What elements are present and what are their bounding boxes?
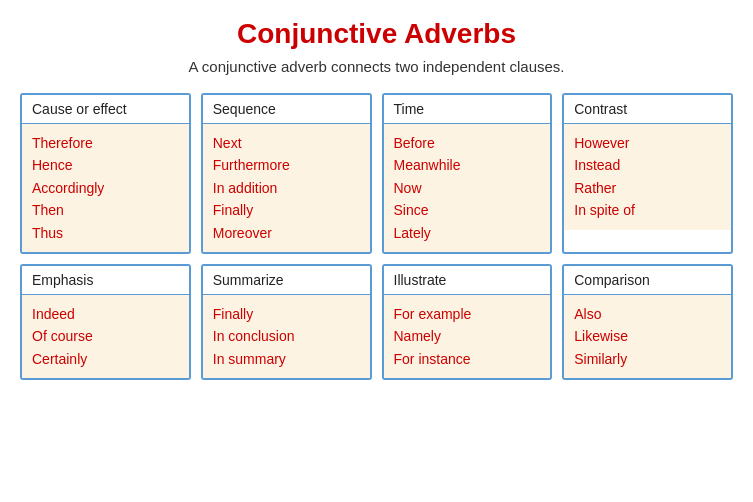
card-item: Before xyxy=(394,132,541,154)
card-header: Cause or effect xyxy=(22,95,189,124)
card-item: Instead xyxy=(574,154,721,176)
card-item: Therefore xyxy=(32,132,179,154)
card-item: Also xyxy=(574,303,721,325)
card-item: Similarly xyxy=(574,348,721,370)
page-title: Conjunctive Adverbs xyxy=(237,18,516,50)
card-body: For exampleNamelyFor instance xyxy=(384,295,551,378)
card-header: Time xyxy=(384,95,551,124)
card-item: For example xyxy=(394,303,541,325)
card-body: NextFurthermoreIn additionFinallyMoreove… xyxy=(203,124,370,252)
card-body: ThereforeHenceAccordinglyThenThus xyxy=(22,124,189,252)
card-header: Sequence xyxy=(203,95,370,124)
card-header: Summarize xyxy=(203,266,370,295)
card-contrast: ContrastHoweverInsteadRatherIn spite of xyxy=(562,93,733,254)
card-item: Now xyxy=(394,177,541,199)
card-item: Moreover xyxy=(213,222,360,244)
card-item: Furthermore xyxy=(213,154,360,176)
card-item: Since xyxy=(394,199,541,221)
card-item: Finally xyxy=(213,199,360,221)
card-header: Contrast xyxy=(564,95,731,124)
page-subtitle: A conjunctive adverb connects two indepe… xyxy=(188,58,564,75)
card-item: For instance xyxy=(394,348,541,370)
card-sequence: SequenceNextFurthermoreIn additionFinall… xyxy=(201,93,372,254)
card-item: In addition xyxy=(213,177,360,199)
card-body: FinallyIn conclusionIn summary xyxy=(203,295,370,378)
card-illustrate: IllustrateFor exampleNamelyFor instance xyxy=(382,264,553,380)
card-item: Meanwhile xyxy=(394,154,541,176)
card-item: Lately xyxy=(394,222,541,244)
card-item: Then xyxy=(32,199,179,221)
card-item: In summary xyxy=(213,348,360,370)
card-item: Indeed xyxy=(32,303,179,325)
card-time: TimeBeforeMeanwhileNowSinceLately xyxy=(382,93,553,254)
card-header: Comparison xyxy=(564,266,731,295)
card-item: Hence xyxy=(32,154,179,176)
card-item: Of course xyxy=(32,325,179,347)
card-item: Thus xyxy=(32,222,179,244)
card-item: Accordingly xyxy=(32,177,179,199)
card-item: However xyxy=(574,132,721,154)
card-header: Emphasis xyxy=(22,266,189,295)
card-emphasis: EmphasisIndeedOf courseCertainly xyxy=(20,264,191,380)
card-cause-or-effect: Cause or effectThereforeHenceAccordingly… xyxy=(20,93,191,254)
card-item: Namely xyxy=(394,325,541,347)
card-item: In spite of xyxy=(574,199,721,221)
card-body: AlsoLikewiseSimilarly xyxy=(564,295,731,378)
card-body: IndeedOf courseCertainly xyxy=(22,295,189,378)
card-body: BeforeMeanwhileNowSinceLately xyxy=(384,124,551,252)
card-item: In conclusion xyxy=(213,325,360,347)
card-item: Rather xyxy=(574,177,721,199)
card-header: Illustrate xyxy=(384,266,551,295)
card-body: HoweverInsteadRatherIn spite of xyxy=(564,124,731,230)
card-comparison: ComparisonAlsoLikewiseSimilarly xyxy=(562,264,733,380)
card-item: Certainly xyxy=(32,348,179,370)
card-item: Finally xyxy=(213,303,360,325)
cards-grid: Cause or effectThereforeHenceAccordingly… xyxy=(20,93,733,380)
card-item: Next xyxy=(213,132,360,154)
card-item: Likewise xyxy=(574,325,721,347)
card-summarize: SummarizeFinallyIn conclusionIn summary xyxy=(201,264,372,380)
